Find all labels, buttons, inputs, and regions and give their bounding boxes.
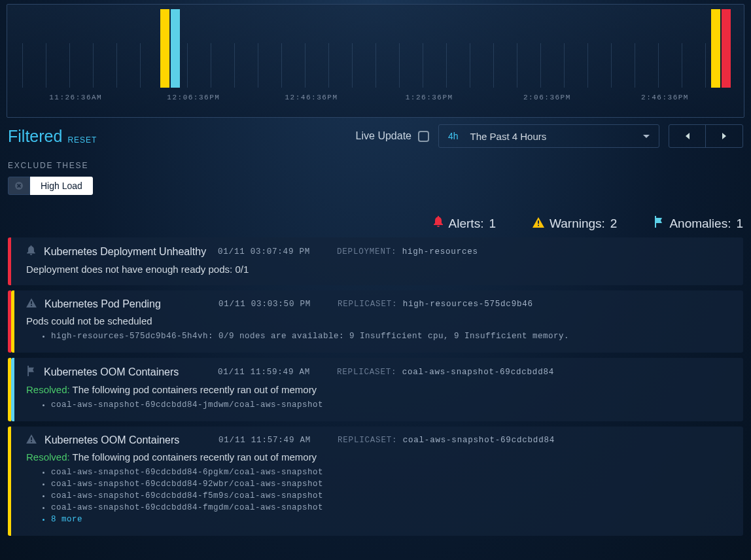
event-bullet: coal-aws-snapshot-69cdcbdd84-jmdwm/coal-…	[51, 400, 731, 410]
warn-icon	[26, 434, 37, 446]
chip-label[interactable]: High Load	[30, 177, 93, 195]
flag-icon	[654, 216, 664, 231]
filter-bar: Filtered RESET Live Update 4h The Past 4…	[0, 118, 751, 150]
range-label: The Past 4 Hours	[470, 131, 631, 142]
chip-remove-button[interactable]	[8, 177, 30, 195]
live-update-toggle[interactable]: Live Update	[356, 130, 429, 142]
timeline-bar[interactable]	[711, 9, 720, 88]
event-card[interactable]: Kubernetes Pod Pending01/11 03:03:50 PMR…	[8, 290, 743, 353]
event-desc: Pods could not be scheduled	[26, 315, 731, 326]
filter-title: Filtered	[8, 127, 62, 146]
timeline-tick-label: 12:46:36PM	[285, 94, 338, 101]
timeline-bar[interactable]	[722, 9, 731, 88]
event-bullet: coal-aws-snapshot-69cdcbdd84-f5m9s/coal-…	[51, 491, 731, 500]
timeline-tick-label: 12:06:36PM	[167, 94, 220, 101]
svg-rect-4	[31, 305, 32, 306]
checkbox-icon[interactable]	[418, 131, 429, 142]
event-desc: Resolved: The following pod containers r…	[26, 451, 731, 463]
exclude-chip: High Load	[8, 177, 93, 195]
bell-icon	[26, 245, 36, 258]
event-bullet: coal-aws-snapshot-69cdcbdd84-92wbr/coal-…	[51, 480, 731, 489]
alerts-count: Alerts: 1	[433, 216, 496, 231]
event-meta: REPLICASET: coal-aws-snapshot-69cdcbdd84	[338, 436, 555, 445]
event-bullet: coal-aws-snapshot-69cdcbdd84-fmgdm/coal-…	[51, 503, 731, 512]
flag-icon	[26, 366, 36, 379]
svg-rect-3	[31, 301, 32, 304]
event-meta: REPLICASET: high-resources-575dc9b46	[338, 300, 533, 309]
next-button[interactable]	[706, 125, 742, 147]
event-meta: REPLICASET: coal-aws-snapshot-69cdcbdd84	[337, 368, 554, 377]
warnings-count: Warnings: 2	[533, 216, 617, 231]
event-title: Kubernetes OOM Containers	[44, 366, 210, 378]
timeline[interactable]: 11:26:36AM12:06:36PM12:46:36PM1:26:36PM2…	[7, 4, 744, 118]
event-desc: Resolved: The following pod containers r…	[26, 384, 731, 395]
more-link[interactable]: 8 more	[51, 515, 731, 524]
anomalies-count: Anomalies: 1	[654, 216, 743, 231]
svg-rect-1	[538, 220, 539, 224]
event-bullet: high-resources-575dc9b46-5h4vh: 0/9 node…	[51, 332, 731, 341]
event-title: Kubernetes Pod Pending	[44, 298, 211, 310]
event-time: 01/11 11:59:49 AM	[218, 368, 329, 377]
counts-row: Alerts: 1 Warnings: 2 Anomalies: 1	[0, 195, 751, 237]
timeline-bar[interactable]	[171, 9, 180, 88]
range-short: 4h	[448, 131, 459, 141]
event-time: 01/11 11:57:49 AM	[218, 436, 330, 445]
event-time: 01/11 03:07:49 PM	[218, 247, 329, 256]
events-list: Kubernetes Deployment Unhealthy01/11 03:…	[0, 237, 751, 536]
svg-rect-2	[538, 224, 539, 226]
event-card[interactable]: Kubernetes OOM Containers01/11 11:57:49 …	[8, 427, 743, 536]
event-title: Kubernetes Deployment Unhealthy	[44, 246, 210, 258]
event-meta: DEPLOYMENT: high-resources	[337, 247, 478, 256]
event-time: 01/11 03:03:50 PM	[218, 300, 330, 309]
timeline-tick-label: 2:06:36PM	[523, 94, 571, 101]
event-card[interactable]: Kubernetes OOM Containers01/11 11:59:49 …	[8, 358, 743, 421]
arrow-right-icon	[722, 133, 726, 139]
chevron-down-icon	[643, 135, 650, 138]
event-bullet: coal-aws-snapshot-69cdcbdd84-6pgkm/coal-…	[51, 468, 731, 477]
arrow-left-icon	[686, 133, 690, 139]
warning-icon	[533, 217, 544, 231]
svg-rect-6	[31, 441, 32, 442]
timeline-bar[interactable]	[160, 9, 169, 88]
event-bullets: coal-aws-snapshot-69cdcbdd84-jmdwm/coal-…	[37, 400, 731, 410]
time-nav	[669, 124, 743, 148]
timeline-tick-label: 1:26:36PM	[406, 94, 453, 101]
event-card[interactable]: Kubernetes Deployment Unhealthy01/11 03:…	[8, 237, 743, 285]
prev-button[interactable]	[669, 125, 706, 147]
exclude-heading: EXCLUDE THESE	[8, 161, 743, 170]
warn-icon	[26, 298, 37, 310]
event-desc: Deployment does not have enough ready po…	[26, 264, 731, 275]
close-icon	[14, 181, 24, 190]
live-update-label: Live Update	[356, 130, 411, 142]
event-bullets: high-resources-575dc9b46-5h4vh: 0/9 node…	[37, 332, 731, 341]
time-range-select[interactable]: 4h The Past 4 Hours	[438, 124, 659, 148]
event-title: Kubernetes OOM Containers	[44, 434, 211, 446]
timeline-tick-label: 11:26:36AM	[49, 94, 102, 101]
timeline-tick-label: 2:46:36PM	[641, 94, 689, 101]
event-bullets: coal-aws-snapshot-69cdcbdd84-6pgkm/coal-…	[37, 468, 731, 524]
reset-link[interactable]: RESET	[67, 135, 97, 145]
bell-icon	[433, 216, 444, 231]
svg-rect-5	[31, 437, 32, 440]
